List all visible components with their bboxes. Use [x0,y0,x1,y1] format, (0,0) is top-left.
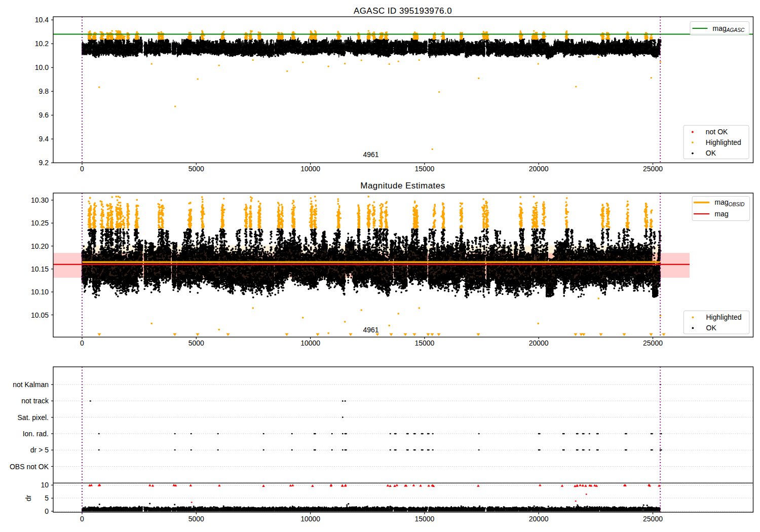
svg-text:Highlighted: Highlighted [706,138,741,146]
svg-text:mag: mag [715,210,729,218]
svg-text:0: 0 [80,339,84,347]
svg-text:Sat. pixel.: Sat. pixel. [18,413,49,422]
svg-text:10.15: 10.15 [31,265,49,273]
svg-text:15000: 15000 [414,515,434,523]
svg-text:9.4: 9.4 [39,135,49,143]
svg-text:15000: 15000 [414,339,434,347]
svg-text:10.20: 10.20 [31,242,49,250]
svg-text:OK: OK [706,149,716,157]
svg-text:0: 0 [80,165,84,173]
svg-text:dr: dr [24,495,32,501]
svg-text:20000: 20000 [529,339,549,347]
svg-text:4961: 4961 [363,150,378,159]
svg-text:10000: 10000 [300,339,320,347]
svg-text:25000: 25000 [643,339,663,347]
svg-text:not Kalman: not Kalman [13,381,49,389]
svg-text:not track: not track [21,397,49,405]
svg-text:5: 5 [45,494,49,502]
svg-text:25000: 25000 [643,515,663,523]
svg-text:5000: 5000 [188,339,204,347]
svg-text:dr > 5: dr > 5 [30,446,49,454]
svg-text:15000: 15000 [414,165,434,173]
svg-text:0: 0 [45,507,49,515]
svg-text:10.4: 10.4 [35,16,49,24]
svg-text:Highlighted: Highlighted [706,313,742,321]
svg-text:9.6: 9.6 [39,111,49,119]
svg-text:5000: 5000 [188,165,204,173]
svg-text:10000: 10000 [300,515,320,523]
svg-text:OK: OK [706,324,717,332]
svg-text:10.0: 10.0 [35,63,49,71]
svg-text:Magnitude Estimates: Magnitude Estimates [360,181,445,191]
svg-text:not OK: not OK [706,128,728,136]
svg-text:AGASC ID 395193976.0: AGASC ID 395193976.0 [354,6,452,16]
svg-text:9.8: 9.8 [39,87,49,95]
svg-text:25000: 25000 [643,165,663,173]
svg-text:4961: 4961 [363,326,378,334]
svg-text:20000: 20000 [529,515,549,523]
svg-text:10.30: 10.30 [31,196,49,204]
svg-text:0: 0 [80,515,84,523]
svg-text:OBS not OK: OBS not OK [10,463,49,471]
svg-text:9.2: 9.2 [39,159,49,167]
svg-text:Ion. rad.: Ion. rad. [23,430,49,438]
svg-text:10: 10 [41,481,49,489]
svg-text:10.2: 10.2 [35,40,49,48]
svg-text:10.25: 10.25 [31,219,49,227]
svg-text:10000: 10000 [300,165,320,173]
svg-text:10.10: 10.10 [31,288,49,296]
svg-text:20000: 20000 [529,165,549,173]
svg-text:10.05: 10.05 [31,311,49,319]
svg-text:5000: 5000 [188,515,204,523]
